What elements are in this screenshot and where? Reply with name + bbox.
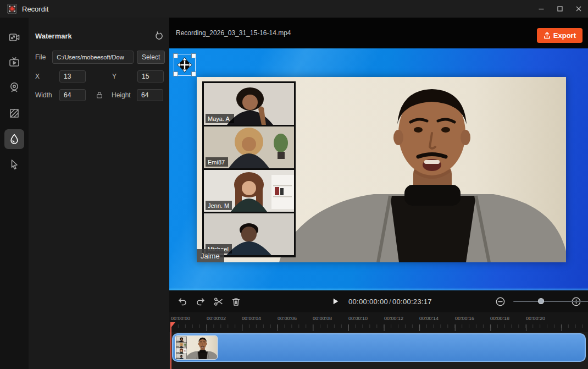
x-input[interactable] xyxy=(59,70,86,82)
sidebar-item-video-player[interactable] xyxy=(4,52,24,72)
ruler-label: 00:00:20 xyxy=(526,316,545,321)
video-preview-canvas[interactable]: Maya. A Emi87 xyxy=(169,48,588,290)
lock-aspect-icon[interactable] xyxy=(95,91,104,100)
minimize-button[interactable] xyxy=(532,0,551,18)
play-button[interactable] xyxy=(329,295,342,308)
reset-icon xyxy=(154,31,164,41)
slider-track xyxy=(513,301,588,302)
sidebar-item-background[interactable] xyxy=(4,103,24,123)
ruler-label: 00:00:08 xyxy=(313,316,332,321)
upload-icon xyxy=(543,32,551,39)
undo-icon xyxy=(177,296,188,307)
app-title: Recordit xyxy=(22,5,48,13)
close-button[interactable] xyxy=(569,0,588,18)
timeline-track[interactable] xyxy=(169,332,588,369)
webcam-icon xyxy=(8,81,21,94)
watermark-panel: Watermark File Select X Y Width xyxy=(29,18,169,369)
ruler-label: 00:00:04 xyxy=(242,316,261,321)
timecode: 00:00:00:00/00:00:23:17 xyxy=(348,298,432,306)
maximize-button[interactable] xyxy=(551,0,569,18)
height-input[interactable] xyxy=(137,89,163,101)
participant-label: Jenn. M xyxy=(208,202,229,209)
play-icon xyxy=(330,296,340,306)
move-arrows-icon xyxy=(176,56,193,74)
slider-thumb[interactable] xyxy=(538,298,544,304)
y-label: Y xyxy=(112,73,118,80)
total-time: 00:00:23:17 xyxy=(392,298,432,306)
watermark-drop-icon xyxy=(8,133,21,146)
redo-button[interactable] xyxy=(194,295,207,308)
undo-button[interactable] xyxy=(176,295,189,308)
sidebar-item-webcam[interactable] xyxy=(4,78,24,97)
sidebar-item-screen-recorder[interactable] xyxy=(4,27,24,47)
ruler-ticks xyxy=(171,324,588,331)
delete-button[interactable] xyxy=(229,295,242,308)
ruler-label: 00:00:10 xyxy=(348,316,368,321)
y-input[interactable] xyxy=(137,70,164,82)
export-button[interactable]: Export xyxy=(537,28,583,43)
participant-strip: Maya. A Emi87 xyxy=(202,81,296,257)
redo-icon xyxy=(195,296,206,307)
participant-label: Emi87 xyxy=(208,159,225,166)
file-path-input[interactable] xyxy=(52,51,134,64)
file-label: File xyxy=(35,53,46,61)
height-label: Height xyxy=(112,91,132,99)
current-time: 00:00:00:00 xyxy=(348,298,388,306)
select-file-button[interactable]: Select xyxy=(137,51,165,64)
tv-play-icon xyxy=(8,56,21,69)
x-label: X xyxy=(35,73,41,80)
width-label: Width xyxy=(35,91,53,99)
playback-controls: 00:00:00:00/00:00:23:17 xyxy=(169,290,588,312)
panel-title: Watermark xyxy=(35,32,72,40)
export-label: Export xyxy=(553,31,576,40)
playhead[interactable] xyxy=(170,322,171,369)
editor-topbar: Recording_2026_03_31_15-16-14.mp4 Export xyxy=(169,18,588,48)
clip-thumbnail xyxy=(175,335,218,360)
reset-button[interactable] xyxy=(153,30,165,42)
sidebar-item-watermark[interactable] xyxy=(4,129,24,149)
video-content: Maya. A Emi87 xyxy=(197,77,566,262)
timeline-ruler[interactable]: 00:00:00 00:00:02 00:00:04 00:00:06 00:0… xyxy=(169,312,588,332)
trash-icon xyxy=(231,296,241,307)
ruler-label: 00:00:06 xyxy=(278,316,297,321)
ruler-label: 00:00:02 xyxy=(207,316,226,321)
split-button[interactable] xyxy=(212,295,225,308)
ruler-label: 00:00:16 xyxy=(455,316,474,321)
scissors-icon xyxy=(213,296,224,307)
background-pattern-icon xyxy=(8,107,21,120)
recording-filename: Recording_2026_03_31_15-16-14.mp4 xyxy=(176,29,291,37)
participant-label: Maya. A xyxy=(208,115,230,122)
titlebar: Recordit xyxy=(0,0,588,18)
ruler-label: 00:00:14 xyxy=(419,316,439,321)
ruler-label: 00:00:00 xyxy=(171,316,190,321)
cursor-icon xyxy=(8,158,21,171)
editor-main: Recording_2026_03_31_15-16-14.mp4 Export xyxy=(169,18,588,369)
app-logo-record-icon xyxy=(7,4,17,14)
timeline-zoom-slider[interactable] xyxy=(513,298,563,305)
ruler-label: 00:00:12 xyxy=(384,316,403,321)
screen-record-icon xyxy=(8,31,21,44)
ruler-label: 00:00:18 xyxy=(490,316,509,321)
video-frame: Maya. A Emi87 xyxy=(197,77,566,262)
width-input[interactable] xyxy=(59,89,86,101)
zoom-out-button[interactable] xyxy=(493,295,507,308)
minus-circle-icon xyxy=(495,296,506,307)
speaker-name-label: Jaime xyxy=(201,252,220,260)
watermark-overlay[interactable] xyxy=(174,54,196,76)
tool-sidebar xyxy=(0,18,29,369)
recordit-window: Recordit xyxy=(0,0,588,369)
video-clip[interactable] xyxy=(172,333,586,362)
sidebar-item-cursor[interactable] xyxy=(4,155,24,174)
